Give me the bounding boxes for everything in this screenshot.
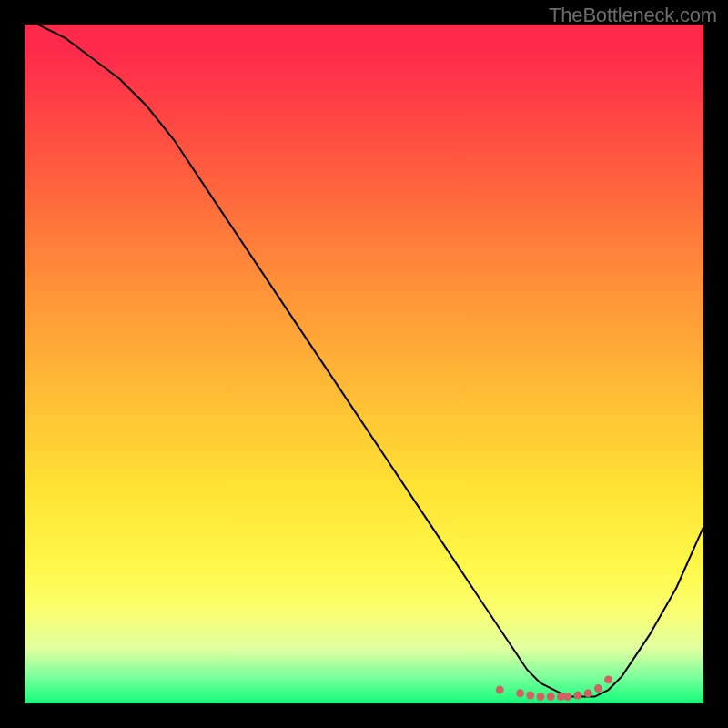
plot-area [25,25,703,703]
flat-region-dots-group [496,675,612,701]
flat-region-dot [496,686,504,694]
flat-region-dot [594,684,602,693]
flat-region-dot [584,689,592,697]
flat-region-dot [536,693,544,701]
flat-region-dot [563,693,571,701]
flat-region-dot [547,693,555,701]
flat-region-dot [574,692,582,700]
flat-region-dots-layer [25,25,703,703]
attribution-text: TheBottleneck.com [549,4,717,27]
flat-region-dot [604,675,612,683]
flat-region-dot [516,689,524,697]
chart-frame: TheBottleneck.com [0,0,728,728]
flat-region-dot [526,692,534,700]
